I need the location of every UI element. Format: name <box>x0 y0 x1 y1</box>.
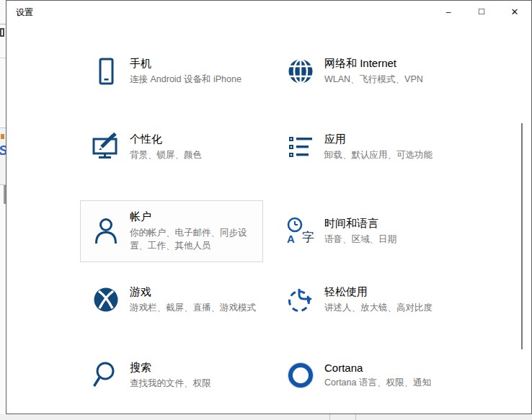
tile-ease-of-access[interactable]: 轻松使用 讲述人、放大镜、高对比度 <box>275 269 458 331</box>
window-controls: – ☐ ✕ <box>432 1 531 24</box>
person-icon <box>92 217 120 246</box>
ease-of-access-icon <box>286 285 315 314</box>
bottom-strip-divider <box>355 414 356 420</box>
tile-title: 帐户 <box>130 210 262 224</box>
scrollbar-thumb[interactable] <box>521 123 523 349</box>
close-button[interactable]: ✕ <box>498 1 531 23</box>
sliver-orange-fragment <box>1 134 4 139</box>
personalization-icon <box>92 133 120 161</box>
tile-subtitle: 卸载、默认应用、可选功能 <box>324 148 457 161</box>
tile-time-language[interactable]: A 字 时间和语言 语音、区域、日期 <box>275 200 458 262</box>
tile-gaming[interactable]: 游戏 游戏栏、截屏、直播、游戏模式 <box>80 269 263 331</box>
tile-subtitle: WLAN、飞行模式、VPN <box>324 73 457 86</box>
title-bar[interactable]: 设置 – ☐ ✕ <box>6 1 531 24</box>
tile-search[interactable]: 搜索 查找我的文件、权限 <box>80 344 263 406</box>
tile-title: 时间和语言 <box>324 217 457 231</box>
tile-title: 搜索 <box>130 361 262 375</box>
tile-phone[interactable]: 手机 连接 Android 设备和 iPhone <box>80 40 263 102</box>
background-window-sliver: S <box>0 0 6 420</box>
cortana-icon <box>286 361 315 390</box>
settings-window: 设置 – ☐ ✕ 手机 连接 Android 设备和 iPhone <box>6 0 532 414</box>
letter-a-glyph: A <box>287 233 295 245</box>
maximize-button[interactable]: ☐ <box>465 1 498 23</box>
tile-subtitle: 背景、锁屏、颜色 <box>130 148 262 161</box>
tile-title: 网络和 Internet <box>324 57 457 71</box>
tile-title: Cortana <box>324 362 457 374</box>
tile-title: 应用 <box>324 133 457 146</box>
clock-language-icon: A 字 <box>286 217 315 246</box>
tile-subtitle: 你的帐户、电子邮件、同步设置、工作、其他人员 <box>130 226 262 252</box>
apps-list-icon <box>286 133 315 161</box>
tile-subtitle: 讲述人、放大镜、高对比度 <box>324 301 457 314</box>
tile-apps[interactable]: 应用 卸载、默认应用、可选功能 <box>275 116 458 178</box>
window-title: 设置 <box>16 1 33 24</box>
tile-title: 游戏 <box>130 285 262 299</box>
minimize-button[interactable]: – <box>432 1 465 23</box>
sliver-logo-fragment: S <box>0 143 6 158</box>
bottom-strip-divider <box>329 414 330 420</box>
tile-cortana[interactable]: Cortana Cortana 语言、权限、通知 <box>275 344 458 406</box>
sliver-divider <box>0 24 6 24</box>
tile-title: 轻松使用 <box>324 285 457 299</box>
tile-title: 个性化 <box>130 133 262 146</box>
tile-personalization[interactable]: 个性化 背景、锁屏、颜色 <box>80 116 263 178</box>
tile-subtitle: 连接 Android 设备和 iPhone <box>130 73 262 86</box>
xbox-icon <box>92 285 120 314</box>
sliver-icon-fragment <box>0 28 4 37</box>
zi-character-glyph: 字 <box>302 229 314 246</box>
globe-icon <box>286 57 315 86</box>
tile-title: 手机 <box>130 57 262 71</box>
tile-subtitle: 游戏栏、截屏、直播、游戏模式 <box>130 301 262 314</box>
tile-subtitle: 查找我的文件、权限 <box>130 377 262 390</box>
phone-icon <box>92 57 120 86</box>
tile-network[interactable]: 网络和 Internet WLAN、飞行模式、VPN <box>275 40 458 102</box>
tile-subtitle: Cortana 语言、权限、通知 <box>324 376 457 389</box>
sliver-divider <box>0 58 6 58</box>
tile-accounts[interactable]: 帐户 你的帐户、电子邮件、同步设置、工作、其他人员 <box>80 200 263 262</box>
background-bottom-strip <box>0 414 532 420</box>
search-icon <box>92 361 120 390</box>
tile-subtitle: 语音、区域、日期 <box>324 233 457 246</box>
